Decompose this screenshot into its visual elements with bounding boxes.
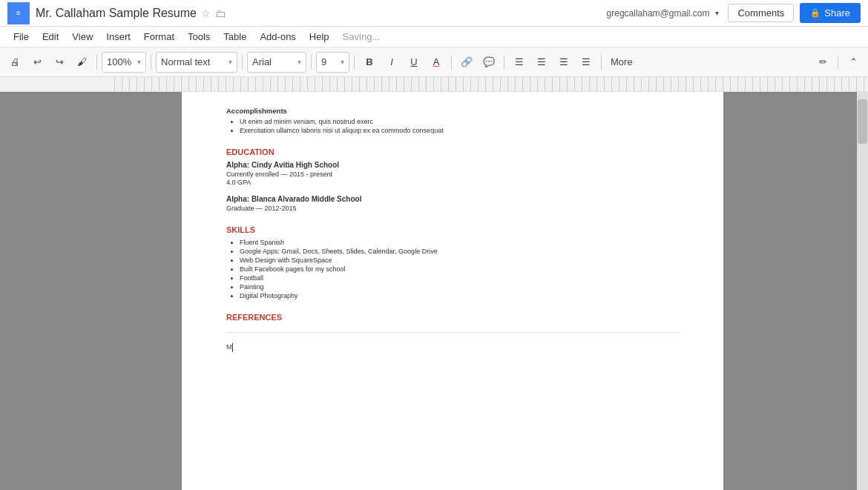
references-section: REFERENCES [226,313,679,322]
account-arrow-icon[interactable]: ▾ [715,9,719,17]
share-label: Share [824,7,850,19]
document-page[interactable]: Accomplishments Ut enim ad minim veniam,… [182,92,723,490]
paint-format-button[interactable]: 🖌 [71,52,92,73]
main-area: Accomplishments Ut enim ad minim veniam,… [0,92,868,490]
list-item: Built Facebook pages for my school [240,265,679,273]
share-button[interactable]: 🔒 Share [800,3,861,23]
separator2 [151,55,151,70]
align-center-button[interactable]: ☰ [531,52,552,73]
star-icon[interactable]: ☆ [201,7,211,19]
more-button[interactable]: More [606,52,637,73]
school-name-2: Alpha: Blanca Alvarado Middle School [226,195,679,203]
pen-button[interactable]: ✏ [812,52,833,73]
menu-edit[interactable]: Edit [36,30,65,44]
list-item: Ut enim ad minim veniam, quis nostrud ex… [240,118,679,125]
list-item: Football [240,274,679,282]
link-button[interactable]: 🔗 [456,52,477,73]
fontsize-chevron-icon: ▾ [341,58,344,66]
italic-button[interactable]: I [381,52,402,73]
font-value: Arial [252,56,272,67]
font-dropdown[interactable]: Arial ▾ [247,52,306,73]
more-label: More [611,56,633,67]
list-item: Digital Photography [240,292,679,299]
accomplishments-title: Accomplishments [226,107,679,115]
align-right-button[interactable]: ☰ [553,52,574,73]
document-area: Accomplishments Ut enim ad minim veniam,… [108,92,798,490]
separator4 [311,55,312,70]
separator [96,55,97,70]
menu-insert[interactable]: Insert [100,30,137,44]
user-email: gregcallaham@gmail.com [607,8,710,19]
separator3 [242,55,243,70]
right-margin [798,92,857,490]
menu-file[interactable]: File [7,30,35,44]
ruler [0,77,868,92]
scrollbar[interactable] [857,92,868,490]
zoom-dropdown[interactable]: 100% ▾ [102,52,146,73]
list-item: Painting [240,283,679,291]
lock-icon: 🔒 [810,8,821,18]
zoom-value: 100% [107,56,131,67]
comments-button[interactable]: Comments [728,4,794,22]
skills-heading: SKILLS [226,225,679,234]
accomplishments-list: Ut enim ad minim veniam, quis nostrud ex… [226,118,679,134]
undo-button[interactable]: ↩ [27,52,47,73]
document-title[interactable]: Mr. Callaham Sample Resume [36,7,197,20]
school-detail-1: Currently enrolled — 2015 - present [226,170,679,178]
style-dropdown[interactable]: Normal text ▾ [156,52,237,73]
justify-button[interactable]: ☰ [576,52,596,73]
menu-tools[interactable]: Tools [182,30,216,44]
list-item: Google Apps: Gmail, Docs, Sheets, Slides… [240,248,679,255]
references-heading: REFERENCES [226,313,679,322]
education-heading: EDUCATION [226,148,679,156]
scrollbar-thumb[interactable] [858,99,867,144]
education-section: EDUCATION Alpha: Cindy Avitia High Schoo… [226,148,679,212]
accomplishments-section: Accomplishments Ut enim ad minim veniam,… [226,107,679,134]
google-docs-icon: ≡ [7,2,30,24]
fontsize-value: 9 [321,56,326,67]
toolbar: 🖨 ↩ ↪ 🖌 100% ▾ Normal text ▾ Arial ▾ 9 ▾… [0,47,868,77]
skills-list: Fluent Spanish Google Apps: Gmail, Docs,… [226,239,679,299]
school-detail-2: 4.0 GPA [226,179,679,186]
zoom-chevron-icon: ▾ [137,58,141,66]
separator7 [504,55,504,70]
collapse-button[interactable]: ⌃ [843,52,864,73]
separator6 [451,55,452,70]
font-chevron-icon: ▾ [297,58,301,66]
separator9 [838,55,838,70]
print-button[interactable]: 🖨 [4,52,25,73]
separator5 [354,55,355,70]
folder-icon[interactable]: 🗀 [215,7,226,19]
style-chevron-icon: ▾ [228,58,232,66]
menu-addons[interactable]: Add-ons [254,30,301,44]
textcolor-button[interactable]: A [426,52,447,73]
underline-button[interactable]: U [404,52,424,73]
menu-help[interactable]: Help [303,30,335,44]
redo-button[interactable]: ↪ [49,52,70,73]
list-item: Exercitation ullamco laboris nisi ut ali… [240,127,679,134]
cursor-text: M [226,343,232,351]
left-margin [0,92,108,490]
menu-view[interactable]: View [66,30,99,44]
separator8 [601,55,602,70]
school-2: Alpha: Blanca Alvarado Middle School Gra… [226,195,679,212]
title-bar: ≡ Mr. Callaham Sample Resume ☆ 🗀 gregcal… [0,0,868,27]
next-page-content[interactable]: M [226,332,679,352]
style-value: Normal text [161,56,210,67]
menu-table[interactable]: Table [217,30,252,44]
bold-button[interactable]: B [359,52,380,73]
school-1: Alpha: Cindy Avitia High School Currentl… [226,161,679,186]
fontsize-dropdown[interactable]: 9 ▾ [316,52,349,73]
menu-format[interactable]: Format [138,30,180,44]
menu-bar: File Edit View Insert Format Tools Table… [0,27,868,47]
comment-button[interactable]: 💬 [479,52,499,73]
text-cursor [232,343,233,352]
list-item: Web Design with SquareSpace [240,256,679,264]
school-name-1: Alpha: Cindy Avitia High School [226,161,679,169]
skills-section: SKILLS Fluent Spanish Google Apps: Gmail… [226,225,679,299]
align-left-button[interactable]: ☰ [509,52,530,73]
ruler-line [108,77,868,91]
saving-status: Saving... [343,31,381,42]
list-item: Fluent Spanish [240,239,679,246]
school-detail-3: Graduate — 2012-2015 [226,205,679,212]
